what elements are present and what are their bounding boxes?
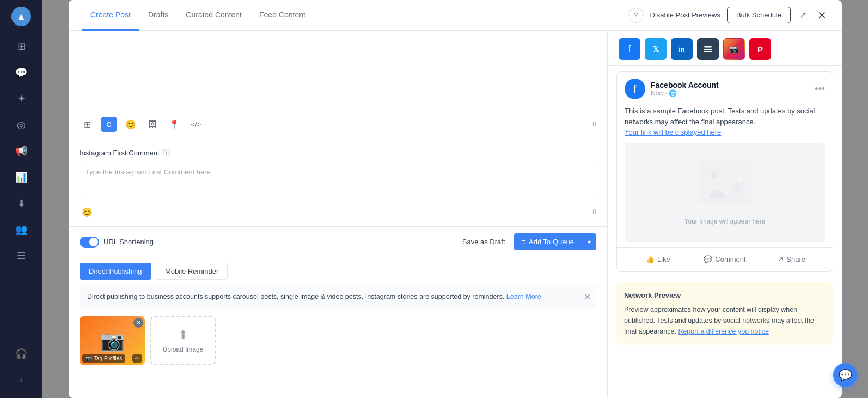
comment-label: Comment (715, 255, 745, 263)
sidebar-item-dashboard[interactable]: ⊞ (10, 35, 33, 58)
twitter-account-icon[interactable]: 𝕏 (645, 38, 667, 60)
upload-image-button[interactable]: ⬆ Upload Image (150, 316, 216, 365)
publishing-tabs: Direct Publishing Mobile Reminder (69, 257, 607, 280)
comment-action-btn[interactable]: 💬 Comment (692, 252, 759, 267)
upload-label: Upload Image (163, 346, 204, 353)
comment-icon: 💬 (704, 255, 712, 263)
comment-info-icon[interactable]: ⓘ (163, 148, 170, 158)
modal-tabs: Create Post Drafts Curated Content Feed … (82, 0, 628, 31)
tab-drafts[interactable]: Drafts (139, 0, 177, 31)
queue-icon: ≡ (522, 238, 526, 246)
external-link-icon[interactable]: ↗ (797, 8, 809, 22)
report-difference-link[interactable]: Report a difference you notice (678, 328, 769, 335)
toolbar-icons: ⊞ C 😊 🖼 📍 </> (80, 117, 204, 132)
remove-media-button[interactable]: ✕ (133, 318, 143, 328)
chat-bubble-icon: 💬 (839, 369, 852, 382)
info-banner-text: Direct publishing to business accounts s… (87, 293, 504, 300)
preview-avatar: f (625, 79, 645, 99)
url-shortening: URL Shortening (80, 237, 154, 248)
disable-preview-button[interactable]: Disable Post Previews (650, 11, 720, 19)
sidebar-item-reports[interactable]: 📊 (10, 166, 33, 189)
tab-create-post[interactable]: Create Post (82, 0, 139, 31)
sidebar-item-feeds[interactable]: ☰ (10, 244, 33, 267)
image-placeholder-icon (698, 160, 752, 212)
info-banner: Direct publishing to business accounts s… (80, 285, 596, 309)
buffer-account-icon[interactable] (697, 38, 719, 60)
content-icon[interactable]: C (101, 117, 117, 132)
location-icon[interactable]: 📍 (167, 117, 182, 132)
chat-bubble-button[interactable]: 💬 (833, 363, 857, 387)
preview-card: f Facebook Account Now · 🌐 ••• This (616, 71, 833, 272)
right-panel: f 𝕏 in 📷 P f Facebook Account (608, 31, 842, 398)
preview-time: Now · 🌐 (651, 89, 719, 97)
share-icon: ↗ (778, 255, 784, 263)
preview-more-button[interactable]: ••• (815, 83, 825, 95)
bulk-schedule-button[interactable]: Bulk Schedule (727, 7, 791, 23)
svg-rect-0 (704, 46, 712, 48)
comment-toolbar: 😊 0 (80, 204, 596, 220)
mobile-reminder-tab[interactable]: Mobile Reminder (156, 263, 228, 280)
linkedin-account-icon[interactable]: in (671, 38, 693, 60)
pinterest-account-icon[interactable]: P (749, 38, 771, 60)
save-draft-button[interactable]: Save as Draft (454, 233, 514, 250)
sidebar-item-import[interactable]: ⬇ (10, 192, 33, 215)
facebook-account-icon[interactable]: f (619, 38, 640, 60)
direct-publishing-tab[interactable]: Direct Publishing (80, 263, 151, 280)
media-area: 📷 ✕ 📷 Tag Profiles ✏ ⬆ Upload Image (69, 314, 607, 374)
code-icon[interactable]: </> (188, 117, 204, 132)
close-modal-button[interactable]: ✕ (815, 7, 829, 24)
instagram-comment-textarea[interactable] (80, 162, 596, 200)
url-shortening-toggle[interactable] (80, 237, 99, 248)
svg-point-4 (711, 171, 717, 178)
instagram-comment-section: Instagram First Comment ⓘ 😊 0 (69, 141, 607, 227)
help-button[interactable]: ? (628, 8, 644, 23)
modal-body: ⊞ C 😊 🖼 📍 </> 0 Instagram First Comment (69, 31, 842, 398)
post-textarea[interactable] (80, 39, 596, 110)
preview-link[interactable]: Your link will be displayed here (625, 128, 721, 136)
preview-card-header: f Facebook Account Now · 🌐 ••• (617, 72, 833, 106)
instagram-icon-small: 📷 (85, 355, 92, 361)
actions-row: URL Shortening Save as Draft ≡ Add To Qu… (69, 227, 607, 257)
like-icon: 👍 (646, 255, 655, 263)
action-buttons: Save as Draft ≡ Add To Queue ▾ (454, 233, 596, 250)
sidebar-item-campaigns[interactable]: 📢 (10, 140, 33, 162)
modal-header: Create Post Drafts Curated Content Feed … (69, 0, 842, 31)
post-editor: ⊞ C 😊 🖼 📍 </> 0 (69, 31, 607, 141)
emoji-icon[interactable]: 😊 (123, 117, 138, 132)
tab-curated-content[interactable]: Curated Content (177, 0, 250, 31)
preview-account-name: Facebook Account (651, 81, 719, 89)
tab-feed-content[interactable]: Feed Content (250, 0, 314, 31)
media-icon[interactable]: 🖼 (145, 117, 160, 132)
sidebar-item-support[interactable]: 🎧 (10, 342, 33, 365)
network-preview-section: Network Preview Preview approximates how… (616, 282, 833, 345)
svg-rect-2 (704, 51, 712, 52)
tag-profiles-label[interactable]: 📷 Tag Profiles (82, 354, 125, 363)
left-panel: ⊞ C 😊 🖼 📍 </> 0 Instagram First Comment (69, 31, 608, 398)
dot-separator: · (665, 89, 667, 97)
preview-image-text: Your Image will appear here (684, 218, 766, 225)
char-count: 0 (592, 120, 596, 128)
sidebar-collapse-btn[interactable]: ‹ (10, 369, 33, 391)
edit-media-button[interactable]: ✏ (132, 354, 142, 363)
social-icons-row: f 𝕏 in 📷 P (608, 31, 842, 66)
sidebar-item-users[interactable]: 👥 (10, 218, 33, 241)
create-post-modal: Create Post Drafts Curated Content Feed … (69, 0, 842, 398)
like-action-btn[interactable]: 👍 Like (625, 252, 692, 267)
modal-overlay: Create Post Drafts Curated Content Feed … (42, 0, 868, 398)
queue-dropdown-button[interactable]: ▾ (582, 233, 596, 250)
preview-account-info: Facebook Account Now · 🌐 (651, 81, 719, 97)
comment-emoji-icon[interactable]: 😊 (80, 204, 95, 220)
sidebar-item-monitor[interactable]: ◎ (10, 113, 33, 136)
instagram-account-icon[interactable]: 📷 (723, 38, 745, 60)
info-banner-close-btn[interactable]: ✕ (584, 291, 591, 304)
toolbar-row: ⊞ C 😊 🖼 📍 </> 0 (80, 112, 596, 132)
sidebar-item-messages[interactable]: 💬 (10, 61, 33, 84)
sidebar-item-analytics[interactable]: ✦ (10, 87, 33, 110)
media-thumbnail: 📷 ✕ 📷 Tag Profiles ✏ (80, 316, 145, 365)
app-logo[interactable]: ▲ (11, 7, 31, 26)
learn-more-link[interactable]: Learn More (506, 293, 541, 300)
add-to-queue-button[interactable]: ≡ Add To Queue (514, 233, 582, 250)
upload-cloud-icon: ⬆ (178, 328, 188, 342)
template-icon[interactable]: ⊞ (80, 117, 95, 132)
share-action-btn[interactable]: ↗ Share (758, 252, 825, 267)
